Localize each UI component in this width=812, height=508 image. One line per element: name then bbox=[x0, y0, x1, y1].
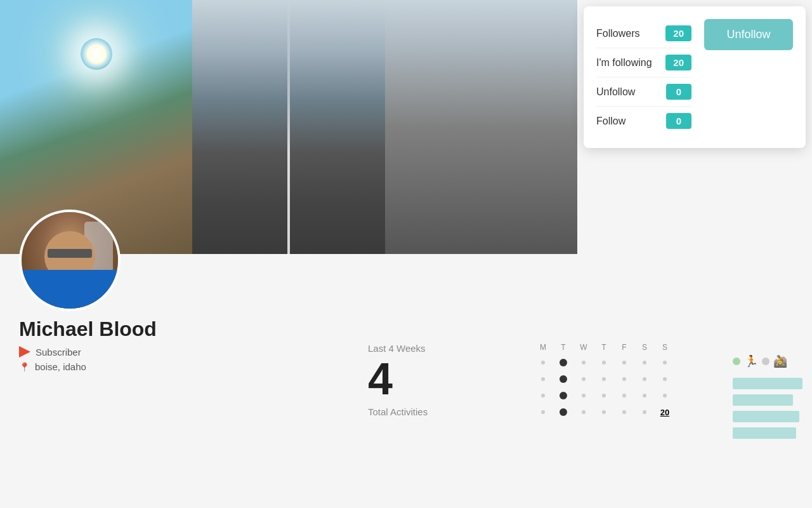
user-role: Subscriber bbox=[19, 346, 157, 358]
follow-badge: 0 bbox=[666, 113, 691, 129]
unfollow-button[interactable]: Unfollow bbox=[704, 19, 793, 50]
location-icon: 📍 bbox=[19, 362, 30, 372]
activity-icons-row: 🏃 🚵 bbox=[733, 354, 787, 368]
activity-period: Last 4 Weeks bbox=[368, 343, 428, 354]
follow-label: Follow bbox=[596, 116, 625, 127]
day-mon: M bbox=[533, 343, 553, 352]
sun-decoration bbox=[81, 38, 112, 70]
bike-icon: 🚵 bbox=[773, 354, 787, 368]
day-thu: T bbox=[594, 343, 614, 352]
unfollow-label: Unfollow bbox=[596, 86, 635, 98]
activity-section: Last 4 Weeks 4 Total Activities bbox=[368, 343, 428, 417]
unfollow-badge: 0 bbox=[666, 84, 691, 100]
avatar-shirt bbox=[22, 270, 118, 309]
activity-bar-2 bbox=[733, 394, 793, 406]
activity-label: Total Activities bbox=[368, 406, 428, 417]
user-name: Michael Blood bbox=[19, 318, 157, 341]
day-wed: W bbox=[573, 343, 594, 352]
following-stat-row: I'm following 20 bbox=[596, 48, 691, 77]
location-label: boise, idaho bbox=[35, 361, 86, 372]
run-icon: 🏃 bbox=[744, 354, 758, 368]
activity-bar-3 bbox=[733, 411, 799, 422]
activity-bar-1 bbox=[733, 378, 802, 389]
stats-section: Followers 20 I'm following 20 Unfollow 0… bbox=[596, 19, 691, 135]
calendar-row-4: 20 bbox=[533, 406, 736, 418]
road-line bbox=[287, 0, 290, 254]
subscriber-icon bbox=[19, 346, 30, 358]
unfollow-stat-row: Unfollow 0 bbox=[596, 77, 691, 107]
day-sun: S bbox=[655, 343, 675, 352]
day-tue: T bbox=[553, 343, 573, 352]
day-fri: F bbox=[614, 343, 634, 352]
calendar-section: M T W T F S S bbox=[533, 343, 736, 418]
activity-count: 4 bbox=[368, 357, 428, 401]
followers-badge: 20 bbox=[665, 25, 691, 41]
calendar-row-1 bbox=[533, 357, 736, 368]
user-location: 📍 boise, idaho bbox=[19, 361, 157, 372]
activity-bar-4 bbox=[733, 427, 796, 439]
calendar-row-2 bbox=[533, 373, 736, 385]
role-label: Subscriber bbox=[36, 347, 81, 358]
calendar-rows: 20 bbox=[533, 357, 736, 418]
header-image-mid bbox=[192, 0, 384, 254]
bike-dot-icon bbox=[762, 358, 769, 365]
avatar-image bbox=[22, 212, 118, 309]
followers-label: Followers bbox=[596, 28, 639, 39]
activity-bars bbox=[733, 378, 802, 439]
header-image-right bbox=[385, 0, 577, 254]
calendar-row-3 bbox=[533, 390, 736, 401]
day-headers: M T W T F S S bbox=[533, 343, 736, 352]
avatar bbox=[19, 210, 121, 311]
following-badge: 20 bbox=[665, 55, 691, 70]
followers-stat-row: Followers 20 bbox=[596, 19, 691, 48]
day-sat: S bbox=[634, 343, 655, 352]
following-label: I'm following bbox=[596, 57, 652, 69]
run-dot-icon bbox=[733, 358, 740, 365]
avatar-sunglasses bbox=[48, 249, 92, 258]
profile-section: Michael Blood Subscriber 📍 boise, idaho bbox=[19, 210, 157, 372]
follow-stat-row: Follow 0 bbox=[596, 107, 691, 135]
followers-dropdown: Unfollow Followers 20 I'm following 20 U… bbox=[584, 6, 806, 148]
